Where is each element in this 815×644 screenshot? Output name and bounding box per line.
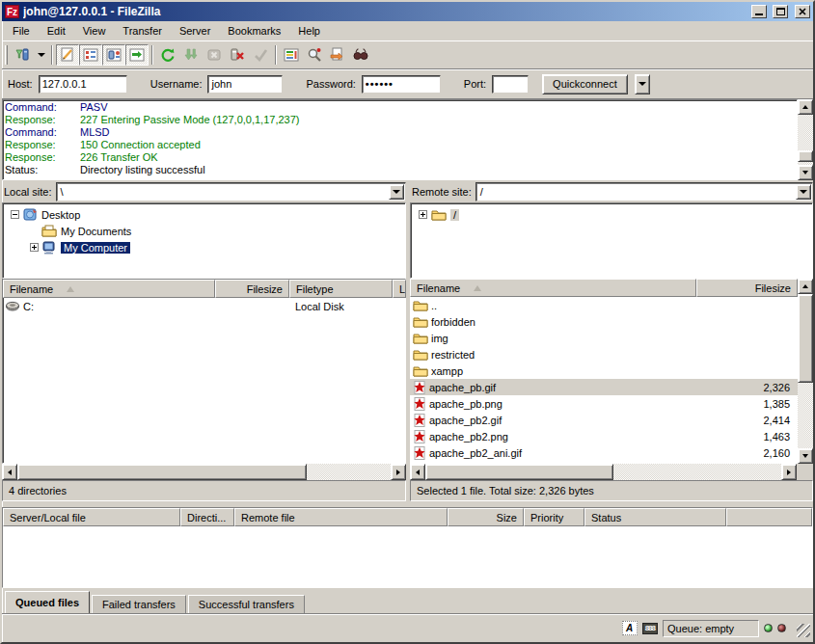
- menu-file[interactable]: File: [4, 22, 39, 40]
- remote-row-folder[interactable]: restricted: [410, 346, 798, 362]
- remote-row-file[interactable]: apache_pb2.gif 2,414: [410, 412, 798, 428]
- selected-tree-item-label: /: [450, 209, 459, 221]
- menu-transfer[interactable]: Transfer: [114, 22, 171, 40]
- column-header-filesize[interactable]: Filesize: [696, 279, 798, 297]
- tree-item-desktop[interactable]: Desktop: [5, 206, 403, 223]
- column-header-filetype[interactable]: Filetype: [289, 280, 393, 298]
- scrollbar-thumb[interactable]: [798, 294, 813, 383]
- scroll-up-button[interactable]: [798, 99, 813, 115]
- scroll-left-button[interactable]: [410, 464, 425, 480]
- toggle-remote-tree-button[interactable]: [102, 44, 125, 66]
- column-header-status[interactable]: Status: [584, 508, 726, 526]
- tree-item-root[interactable]: /: [413, 206, 810, 223]
- scroll-right-button[interactable]: [391, 464, 406, 480]
- remote-row-file-selected[interactable]: apache_pb.gif 2,326: [410, 379, 798, 395]
- recursive-operation-button[interactable]: [249, 44, 272, 66]
- scrollbar-thumb[interactable]: [425, 464, 613, 480]
- column-header-priority[interactable]: Priority: [524, 508, 584, 526]
- toolbar-grip[interactable]: [5, 45, 8, 65]
- refresh-button[interactable]: [156, 44, 179, 66]
- site-manager-button[interactable]: [11, 44, 34, 66]
- scroll-down-button[interactable]: [798, 165, 813, 180]
- data-type-indicator-icon[interactable]: A: [622, 621, 638, 635]
- disconnect-button[interactable]: [226, 44, 249, 66]
- collapse-icon[interactable]: [11, 210, 19, 219]
- local-directory-tree[interactable]: Desktop My Documents My Computer: [2, 202, 406, 279]
- queue-list[interactable]: [3, 526, 812, 587]
- remote-row-file[interactable]: apache_pb.png 1,385: [410, 395, 798, 412]
- process-queue-button[interactable]: [179, 44, 203, 66]
- column-header-server-local-file[interactable]: Server/Local file: [3, 508, 180, 526]
- quickconnect-button[interactable]: Quickconnect: [542, 74, 628, 94]
- remote-row-file[interactable]: apache_pb2_ani.gif 2,160: [410, 444, 798, 461]
- password-input[interactable]: [362, 75, 441, 94]
- remote-row-folder[interactable]: forbidden: [410, 313, 798, 330]
- quickconnect-dropdown-button[interactable]: [635, 74, 650, 94]
- remote-horizontal-scrollbar[interactable]: [410, 464, 797, 480]
- cancel-button[interactable]: [203, 44, 226, 66]
- column-header-filesize[interactable]: Filesize: [215, 280, 289, 298]
- search-button[interactable]: [303, 44, 326, 66]
- image-file-icon: [413, 414, 426, 427]
- username-input[interactable]: [207, 75, 283, 94]
- titlebar[interactable]: Fz john@127.0.0.1 - FileZilla: [2, 2, 813, 21]
- toggle-transfer-queue-button[interactable]: [125, 44, 149, 66]
- remote-directory-tree[interactable]: /: [410, 202, 813, 279]
- scroll-up-button[interactable]: [798, 279, 813, 294]
- toggle-local-tree-button[interactable]: [79, 44, 102, 66]
- remote-site-dropdown-button[interactable]: [796, 184, 811, 200]
- log-vertical-scrollbar[interactable]: [798, 99, 813, 180]
- tab-failed-transfers[interactable]: Failed transfers: [92, 595, 186, 613]
- tab-queued-files[interactable]: Queued files: [5, 591, 90, 613]
- tree-item-my-computer[interactable]: My Computer: [5, 239, 403, 255]
- speed-limit-icon[interactable]: 888: [642, 623, 658, 634]
- column-header-direction[interactable]: Directi...: [180, 508, 234, 526]
- menu-view[interactable]: View: [74, 22, 115, 40]
- local-row-c-drive[interactable]: C: Local Disk: [3, 298, 405, 314]
- toggle-message-log-button[interactable]: [56, 44, 79, 66]
- column-header-size[interactable]: Size: [448, 508, 524, 526]
- tree-item-my-documents[interactable]: My Documents: [5, 223, 403, 239]
- scroll-left-button[interactable]: [2, 464, 17, 480]
- remote-row-folder[interactable]: img: [410, 330, 798, 346]
- remote-vertical-scrollbar[interactable]: [798, 279, 813, 464]
- site-manager-dropdown-button[interactable]: [34, 44, 48, 66]
- local-horizontal-scrollbar[interactable]: [2, 464, 406, 480]
- menu-server[interactable]: Server: [171, 22, 219, 40]
- host-input[interactable]: [39, 75, 127, 94]
- local-site-dropdown-button[interactable]: [389, 184, 404, 200]
- synchronized-browsing-button[interactable]: [349, 44, 372, 66]
- remote-site-combobox[interactable]: /: [475, 182, 813, 201]
- port-input[interactable]: [492, 75, 529, 94]
- expand-icon[interactable]: [30, 243, 39, 252]
- folder-icon: [413, 299, 428, 311]
- remote-row-folder[interactable]: xampp: [410, 362, 798, 379]
- expand-icon[interactable]: [419, 210, 427, 219]
- column-header-filename[interactable]: Filename: [3, 280, 215, 298]
- transfer-queue[interactable]: Server/Local file Directi... Remote file…: [2, 507, 813, 588]
- scroll-right-button[interactable]: [781, 464, 797, 480]
- local-site-combobox[interactable]: \: [56, 182, 406, 201]
- scroll-down-button[interactable]: [798, 448, 813, 464]
- arrow-right-icon: [787, 470, 791, 475]
- filter-button[interactable]: [280, 44, 303, 66]
- column-header-filename[interactable]: Filename: [410, 279, 696, 297]
- maximize-button[interactable]: [773, 5, 788, 18]
- remote-row-file[interactable]: apache_pb2.png 1,463: [410, 428, 798, 444]
- menu-bookmarks[interactable]: Bookmarks: [219, 22, 289, 40]
- scrollbar-thumb[interactable]: [798, 150, 813, 162]
- compare-directories-button[interactable]: [326, 44, 349, 66]
- tab-successful-transfers[interactable]: Successful transfers: [188, 595, 305, 613]
- remote-file-list[interactable]: Filename Filesize .. forbidden img: [410, 279, 813, 464]
- minimize-button[interactable]: [751, 5, 767, 18]
- menu-edit[interactable]: Edit: [39, 22, 74, 40]
- menu-help[interactable]: Help: [289, 22, 329, 40]
- scrollbar-thumb[interactable]: [17, 464, 307, 480]
- column-header-remote-file[interactable]: Remote file: [234, 508, 448, 526]
- remote-row-parent-dir[interactable]: ..: [410, 297, 798, 313]
- resize-grip[interactable]: [797, 624, 810, 637]
- close-button[interactable]: [795, 5, 810, 18]
- message-log-view[interactable]: Command:PASV Response:227 Entering Passi…: [2, 99, 798, 180]
- column-header-last-modified[interactable]: L: [393, 280, 406, 298]
- local-file-list[interactable]: Filename Filesize Filetype L C:: [2, 279, 406, 464]
